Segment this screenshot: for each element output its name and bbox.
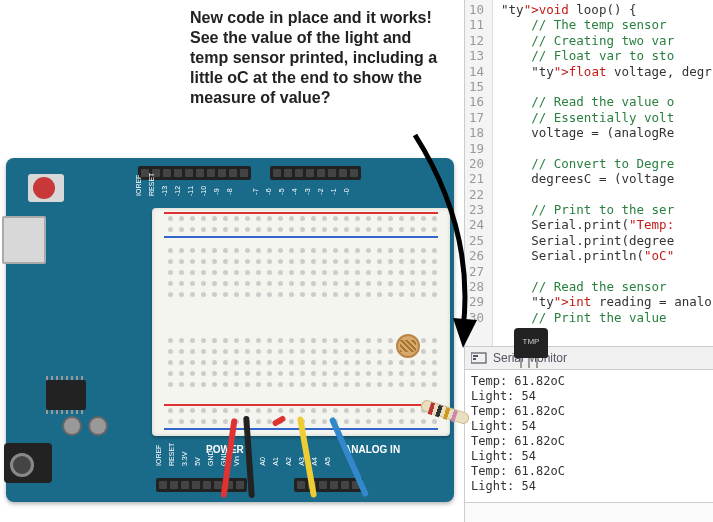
tmp-sensor[interactable]: TMP (514, 328, 548, 358)
reset-button[interactable] (28, 174, 64, 202)
digital-header-2[interactable] (270, 166, 361, 180)
power-rail-top[interactable] (168, 216, 437, 232)
analog-header[interactable] (294, 478, 363, 492)
power-header[interactable] (156, 478, 247, 492)
code-editor[interactable]: 1011121314151617181920212223242526272829… (465, 0, 713, 346)
circuit-canvas[interactable]: New code in place and it works! See the … (0, 0, 464, 522)
app-layout: New code in place and it works! See the … (0, 0, 713, 522)
right-panel: 1011121314151617181920212223242526272829… (464, 0, 713, 522)
code-content[interactable]: "ty">void loop() { // The temp sensor //… (493, 0, 712, 346)
terminal-strip-top[interactable] (168, 248, 437, 297)
serial-monitor-header[interactable]: Serial Monitor (465, 346, 713, 370)
annotation-text: New code in place and it works! See the … (190, 8, 450, 108)
ic-chip (46, 380, 86, 410)
annotation-arrow (405, 130, 485, 360)
capacitor-icon (88, 416, 108, 436)
serial-output[interactable]: Temp: 61.82oC Light: 54 Temp: 61.82oC Li… (465, 370, 713, 502)
bottom-pin-labels: IOREFRESET3.3V5VGNDGNLVinA0A1A2A3A4A5 (154, 458, 434, 465)
analog-section-label: ANALOG IN (344, 444, 400, 455)
arduino-board[interactable]: IOREFRESET-13-12-11-10-9-8-7-6-5-4-3-2-1… (0, 158, 462, 510)
power-jack (4, 443, 52, 483)
serial-input-field[interactable] (465, 502, 713, 522)
power-section-label: POWER (206, 444, 244, 455)
usb-port (2, 216, 46, 264)
capacitor-icon (62, 416, 82, 436)
top-pin-labels: IOREFRESET-13-12-11-10-9-8-7-6-5-4-3-2-1… (134, 188, 434, 195)
